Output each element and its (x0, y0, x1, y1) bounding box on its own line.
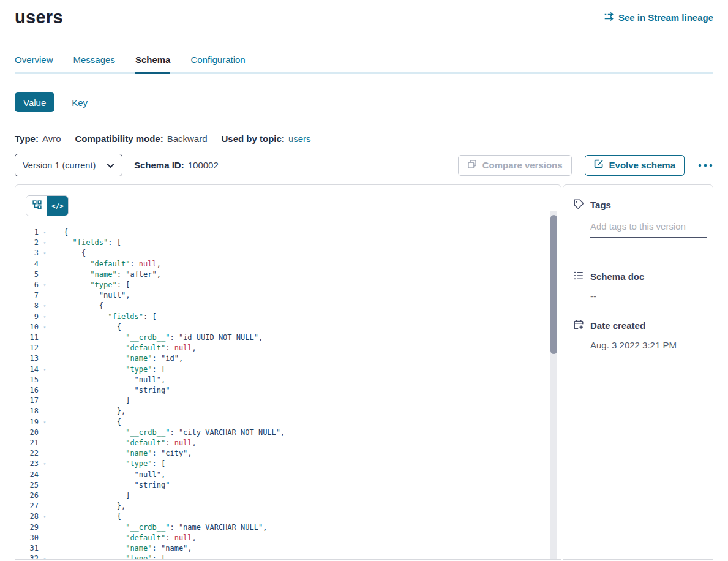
code-text: "null", (51, 470, 165, 480)
code-text: }, (51, 501, 126, 511)
line-number: 10 (15, 322, 39, 333)
code-text: }, (51, 406, 126, 416)
fold-triangle-icon[interactable]: ▾ (39, 248, 51, 258)
more-actions-icon (697, 160, 713, 170)
code-line: 5 "name": "after", (15, 269, 547, 280)
tab-schema[interactable]: Schema (135, 55, 171, 74)
fold-triangle-icon[interactable]: ▾ (39, 238, 51, 248)
fold-gutter (39, 353, 51, 364)
fold-triangle-icon[interactable]: ▾ (39, 322, 51, 333)
schema-doc-section: Schema doc -- (573, 270, 703, 301)
schema-page: users See in Stream lineage OverviewMess… (0, 0, 728, 561)
version-select[interactable]: Version 1 (current) (15, 154, 122, 176)
code-text: "__crdb__": "id UUID NOT NULL", (51, 333, 263, 343)
schema-doc-header: Schema doc (573, 270, 703, 283)
code-line: 32▾ "type": [ (15, 554, 547, 560)
line-number: 28 (15, 511, 39, 522)
tab-overview[interactable]: Overview (15, 55, 53, 74)
fold-gutter (39, 438, 51, 448)
line-number: 14 (15, 364, 39, 375)
main-content: </> 1▾{2▾ "fields": [3▾ {4 "default": nu… (15, 184, 713, 560)
tab-messages[interactable]: Messages (73, 55, 115, 74)
line-number: 26 (15, 491, 39, 501)
fold-triangle-icon[interactable]: ▾ (39, 417, 51, 427)
value-toggle-button[interactable]: Value (15, 92, 54, 112)
code-text: "type": [ (51, 280, 130, 290)
code-view-button[interactable]: </> (47, 196, 68, 216)
evolve-schema-button[interactable]: Evolve schema (585, 155, 685, 176)
code-line: 24 "null", (15, 470, 547, 480)
meta-label: Used by topic: (222, 134, 285, 144)
code-text: "default": null, (51, 533, 197, 543)
fold-gutter (39, 333, 51, 343)
date-created-value: Aug. 3 2022 3:21 PM (590, 340, 703, 350)
compare-versions-icon (467, 159, 477, 171)
more-actions-button[interactable] (697, 160, 713, 170)
version-actions: Compare versions Evolve schema (458, 155, 713, 176)
code-line: 27 }, (15, 501, 547, 511)
code-text: "name": "city", (51, 448, 192, 459)
code-line: 8▾ { (15, 301, 547, 311)
code-line: 10▾ { (15, 322, 547, 333)
line-number: 5 (15, 269, 39, 280)
meta-label: Type: (15, 134, 39, 144)
code-text: "__crdb__": "name VARCHAR NULL", (51, 522, 267, 533)
add-tags-input[interactable] (590, 221, 707, 238)
key-toggle-button[interactable]: Key (72, 97, 88, 108)
code-text: "name": "id", (51, 353, 183, 364)
fold-triangle-icon[interactable]: ▾ (39, 554, 51, 560)
code-line: 11 "__crdb__": "id UUID NOT NULL", (15, 333, 547, 343)
code-line: 14▾ "type": [ (15, 364, 547, 375)
evolve-schema-label: Evolve schema (609, 160, 675, 170)
compare-versions-button[interactable]: Compare versions (458, 155, 572, 176)
code-text: { (51, 227, 68, 238)
code-line: 31 "name": "name", (15, 543, 547, 554)
fold-triangle-icon[interactable]: ▾ (39, 301, 51, 311)
code-text: { (51, 322, 121, 333)
fold-triangle-icon[interactable]: ▾ (39, 364, 51, 375)
line-number: 23 (15, 459, 39, 469)
fold-gutter (39, 375, 51, 385)
fold-gutter (39, 406, 51, 416)
code-line: 3▾ { (15, 248, 547, 258)
meta-label: Compatibility mode: (75, 134, 163, 144)
fold-gutter (39, 522, 51, 533)
code-line: 29 "__crdb__": "name VARCHAR NULL", (15, 522, 547, 533)
code-line: 4 "default": null, (15, 259, 547, 269)
schema-id: Schema ID: 100002 (134, 160, 219, 170)
fold-gutter (39, 259, 51, 269)
line-number: 17 (15, 396, 39, 406)
code-line: 26 ] (15, 491, 547, 501)
fold-triangle-icon[interactable]: ▾ (39, 511, 51, 522)
code-scrollbar-track[interactable] (550, 211, 557, 559)
schema-meta-row: Type:AvroCompatibility mode:BackwardUsed… (15, 134, 713, 144)
code-line: 16 "string" (15, 385, 547, 396)
fold-triangle-icon[interactable]: ▾ (39, 227, 51, 238)
line-number: 20 (15, 427, 39, 438)
code-line: 28▾ { (15, 511, 547, 522)
see-in-stream-lineage-link[interactable]: See in Stream lineage (604, 12, 713, 23)
schema-part-toggle: Value Key (15, 92, 713, 112)
code-line: 18 }, (15, 406, 547, 416)
code-view-icon: </> (51, 202, 64, 210)
fold-gutter (39, 448, 51, 459)
fold-triangle-icon[interactable]: ▾ (39, 312, 51, 322)
line-number: 15 (15, 375, 39, 385)
code-text: "default": null, (51, 343, 197, 353)
meta-value: Backward (167, 134, 208, 144)
fold-triangle-icon[interactable]: ▾ (39, 459, 51, 469)
line-number: 29 (15, 522, 39, 533)
meta-item: Type:Avro (15, 134, 61, 144)
code-text: ] (51, 491, 130, 501)
line-number: 8 (15, 301, 39, 311)
used-by-topic-link[interactable]: users (288, 134, 311, 144)
code-scrollbar-thumb[interactable] (550, 215, 557, 354)
fold-triangle-icon[interactable]: ▾ (39, 280, 51, 290)
tab-configuration[interactable]: Configuration (190, 55, 245, 74)
meta-value: Avro (42, 134, 61, 144)
compare-versions-label: Compare versions (482, 160, 563, 170)
code-line: 15 "null", (15, 375, 547, 385)
tree-view-button[interactable] (26, 196, 47, 216)
fold-gutter (39, 501, 51, 511)
code-text: "null", (51, 290, 130, 301)
